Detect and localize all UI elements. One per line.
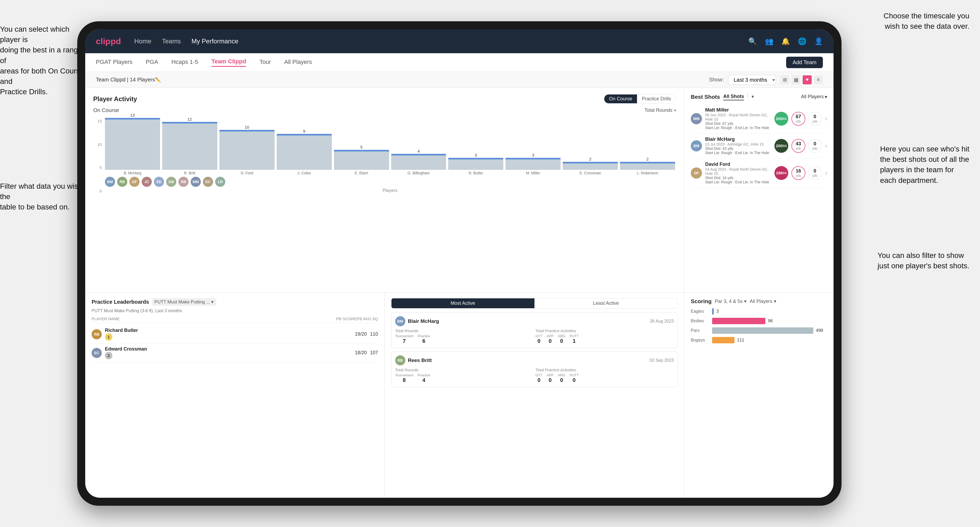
active-player-date-mcharg: 26 Aug 2023 xyxy=(650,319,674,324)
shot-lie-miller: Start Lie: Rough · End Lie: In The Hole xyxy=(705,125,771,130)
eagles-bar xyxy=(712,308,714,314)
shot-dist-ford: Shot Dist: 16 yds xyxy=(705,176,771,180)
nav-performance[interactable]: My Performance xyxy=(191,38,238,45)
sub-nav-all-players[interactable]: All Players xyxy=(284,59,312,67)
bar-value-britt: 12 xyxy=(188,117,192,121)
annotation-bottom-left: Filter what data you wish thetable to be… xyxy=(0,181,85,213)
practice-drills-toggle[interactable]: Practice Drills xyxy=(637,94,676,103)
leaderboard-columns: PLAYER NAME PB SCORE PB AVG SQ xyxy=(92,316,378,323)
putt-col-britt: PUTT 0 xyxy=(570,373,579,383)
bar-highlight-britt xyxy=(162,122,217,124)
avatar-coles: JC xyxy=(142,177,152,187)
scoring-par-dropdown[interactable]: Par 3, 4 & 5s ▾ xyxy=(715,298,746,304)
bar-rect-ebert xyxy=(334,150,389,170)
nav-home[interactable]: Home xyxy=(134,38,151,45)
sub-nav-pga[interactable]: PGA xyxy=(146,59,158,67)
chart-metric-dropdown[interactable]: Total Rounds ▾ xyxy=(644,108,676,113)
view-grid2-icon[interactable]: ▦ xyxy=(791,75,800,84)
shot-card-mcharg[interactable]: BM Blair McHarg 23 Jul 2023 · Ashridge G… xyxy=(691,133,827,158)
shot-player-info-mcharg: Blair McHarg 23 Jul 2023 · Ashridge GC, … xyxy=(705,137,771,155)
all-players-dropdown[interactable]: All Players ▾ xyxy=(801,94,827,100)
y-label-0: 0 xyxy=(100,189,102,193)
practice-col-britt: Practice 4 xyxy=(418,373,430,383)
player-name-crossman: Edward Crossman xyxy=(105,346,352,352)
bar-label-ebert: E. Ebert xyxy=(334,171,389,175)
logo: clippd xyxy=(96,37,121,46)
active-player-card-britt[interactable]: RB Rees Britt 02 Sep 2023 Total Rounds T… xyxy=(391,351,678,387)
least-active-tab[interactable]: Least Active xyxy=(535,298,678,308)
bar-highlight-billingham xyxy=(391,154,446,156)
sub-nav-tour[interactable]: Tour xyxy=(259,59,271,67)
timescale-dropdown[interactable]: Last 3 months Last month Last 6 months xyxy=(728,75,776,85)
bar-billingham: 4 G. Billingham xyxy=(391,149,446,175)
shot-player-info-ford: David Ford 24 Aug 2023 · Royal North Dev… xyxy=(705,162,771,184)
annotation-top-right: Choose the timescale youwish to see the … xyxy=(884,11,969,32)
bar-highlight-robertson xyxy=(620,162,675,163)
shots-tab-2[interactable]: ▾ xyxy=(751,93,754,100)
scoring-section: Scoring Par 3, 4 & 5s ▾ All Players ▾ xyxy=(684,293,834,498)
bar-butler: 3 R. Butler xyxy=(448,153,503,175)
bar-value-butler: 3 xyxy=(475,153,477,157)
view-heart-icon[interactable]: ♥ xyxy=(803,75,812,84)
app-col-britt: APP 0 xyxy=(547,373,554,383)
sub-nav-hcaps[interactable]: Hcaps 1-5 xyxy=(172,59,198,67)
tablet-frame: clippd Home Teams My Performance 🔍 👥 🔔 🌐… xyxy=(77,21,842,506)
search-icon[interactable]: 🔍 xyxy=(748,37,757,46)
bar-ford: 10 D. Ford xyxy=(220,125,275,175)
leaderboard-row-1[interactable]: RB Richard Butler 1 19/20 110 xyxy=(92,325,378,344)
metric-zero-mcharg: 0 yds xyxy=(808,139,822,153)
all-shots-tab[interactable]: All Shots xyxy=(723,93,744,100)
view-settings-icon[interactable]: ≡ xyxy=(814,75,823,84)
metric-zero-unit-miller: yds xyxy=(813,119,818,123)
metric-zero-val-ford: 0 xyxy=(813,168,816,174)
pars-bar xyxy=(712,327,813,334)
on-course-toggle[interactable]: On Course xyxy=(604,94,637,103)
scoring-players-dropdown[interactable]: All Players ▾ xyxy=(749,298,776,304)
add-team-button[interactable]: Add Team xyxy=(786,57,823,68)
sub-nav-team-clippd[interactable]: Team Clippd xyxy=(212,58,246,67)
team-bar-text: Team Clippd | 14 Players xyxy=(96,77,155,83)
bottom-left-section: Practice Leaderboards PUTT Must Make Put… xyxy=(85,293,684,498)
bar-highlight-crossman xyxy=(563,162,618,163)
putt-col: PUTT 1 xyxy=(570,334,579,344)
bogeys-label: Bogeys xyxy=(691,338,710,343)
leaderboard-row-2[interactable]: EC Edward Crossman 2 18/20 107 xyxy=(92,344,378,362)
edit-icon[interactable]: ✏️ xyxy=(155,77,161,83)
pb-score-crossman: 18/20 xyxy=(355,350,367,356)
avatar-miller: MM xyxy=(191,177,201,187)
active-player-card-mcharg[interactable]: BM Blair McHarg 26 Aug 2023 Total Rounds xyxy=(391,312,678,348)
bar-britt: 12 R. Britt xyxy=(162,117,217,175)
bar-rect-billingham xyxy=(391,154,446,170)
left-panel: Player Activity On Course Practice Drill… xyxy=(85,88,684,498)
player-activity-section: Player Activity On Course Practice Drill… xyxy=(85,88,684,293)
arg-value-britt: 0 xyxy=(558,377,565,383)
rank-badge-2: 2 xyxy=(105,352,112,359)
app-value: 0 xyxy=(547,338,554,344)
most-active-tab[interactable]: Most Active xyxy=(391,298,535,308)
metric-dist-ford: 16 yds xyxy=(791,166,805,180)
shot-card-ford[interactable]: DF David Ford 24 Aug 2023 · Royal North … xyxy=(691,158,827,187)
user-icon[interactable]: 👤 xyxy=(815,37,823,46)
view-grid4-icon[interactable]: ⊞ xyxy=(780,75,789,84)
tournament-col-britt: Tournament 8 xyxy=(395,373,414,383)
globe-icon[interactable]: 🌐 xyxy=(798,37,807,46)
scoring-header: Scoring Par 3, 4 & 5s ▾ All Players ▾ xyxy=(691,298,827,305)
bar-label-miller: M. Miller xyxy=(506,171,561,175)
bar-crossman: 2 E. Crossman xyxy=(563,157,618,175)
bar-rect-crossman xyxy=(563,162,618,170)
chart-mode-label: On Course xyxy=(93,107,119,113)
shot-card-miller[interactable]: MM Matt Miller 09 Jun 2023 · Royal North… xyxy=(691,104,827,133)
nav-teams[interactable]: Teams xyxy=(162,38,181,45)
annotation-right-bottom: You can also filter to showjust one play… xyxy=(877,250,969,271)
shot-player-name-miller: Matt Miller xyxy=(705,107,771,113)
metric-val-miller: 67 xyxy=(796,114,801,119)
rank-badge-1: 1 xyxy=(105,333,112,341)
avatar-ford: DF xyxy=(129,177,140,187)
sub-nav-pgat[interactable]: PGAT Players xyxy=(96,59,132,67)
leaderboard-dropdown[interactable]: PUTT Must Make Putting ... ▾ xyxy=(152,298,216,306)
birdies-bar xyxy=(712,318,765,324)
bar-highlight-mcharg xyxy=(105,118,160,119)
bar-highlight-coles xyxy=(277,134,332,135)
bell-icon[interactable]: 🔔 xyxy=(781,37,790,46)
users-icon[interactable]: 👥 xyxy=(765,37,773,46)
